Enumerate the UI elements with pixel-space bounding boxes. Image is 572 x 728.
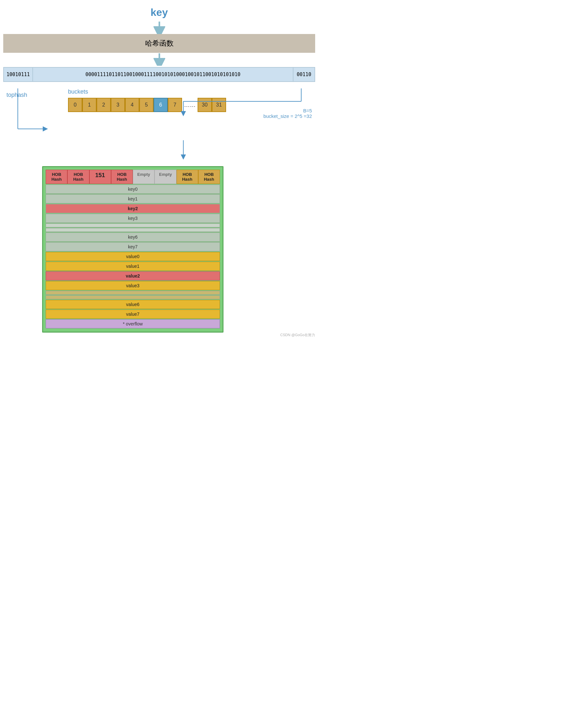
value-row-2: value2 [46,271,220,280]
arrow-down-icon-1 [153,21,165,34]
bucket-6: 6 [153,98,168,112]
key-row-3: key3 [46,214,220,223]
buckets-label: buckets [68,88,315,95]
key-row-5 [46,228,220,232]
th-cell-4: Empty [133,170,154,184]
th-cell-6: HOBHash [176,170,198,184]
b-label-line2: bucket_size = 2^5 =32 [263,113,312,119]
value-row-5 [46,295,220,299]
bucket-31: 31 [212,98,226,112]
b-label: B=5 bucket_size = 2^5 =32 [263,108,312,119]
key-row-1: key1 [46,194,220,203]
bucket-30: 30 [198,98,212,112]
binary-middle: 0000111101101100100011110010101000100101… [33,68,293,81]
bmap-section: HOBHash HOBHash 151 HOBHash Empty Empty … [42,166,223,333]
key4 [46,223,220,227]
value5 [46,295,220,299]
key0: key0 [46,185,220,194]
bucket-5: 5 [139,98,153,112]
hash-function-box: 哈希函数 [3,34,315,53]
key7: key7 [46,242,220,251]
key-label: key [3,6,315,18]
key3: key3 [46,214,220,223]
bucket-ellipsis: …… [182,98,198,112]
key1: key1 [46,194,220,203]
value-row-1: value1 [46,262,220,271]
key5 [46,228,220,232]
key-row-7: key7 [46,242,220,251]
value-row-7: value7 [46,310,220,319]
value6: value6 [46,300,220,309]
value0: value0 [46,252,220,261]
bucket-3: 3 [111,98,125,112]
bucket-to-bmap-svg [3,140,315,160]
th-cell-7: HOBHash [198,170,220,184]
value-row-0: value0 [46,252,220,261]
value2: value2 [46,271,220,280]
th-cell-0: HOBHash [46,170,67,184]
th-cell-2: 151 [89,170,111,184]
key-row-0: key0 [46,185,220,194]
value1: value1 [46,262,220,271]
buckets-section: buckets 0 1 2 3 4 5 6 7 …… 30 31 B=5 buc… [68,88,315,112]
key-row-6: key6 [46,232,220,241]
arrow-down-2 [3,53,315,66]
key6: key6 [46,232,220,241]
binary-row: 10010111 0000111101101100100011110010101… [3,67,315,82]
binary-left: 10010111 [4,68,33,81]
tophash-header-row: HOBHash HOBHash 151 HOBHash Empty Empty … [46,170,220,184]
arrow-down-1 [3,21,315,34]
value4 [46,291,220,295]
bucket-7: 7 [168,98,182,112]
b-label-line1: B=5 [263,108,312,113]
bucket-1: 1 [82,98,96,112]
tophash-label: tophash [6,92,27,98]
th-cell-1: HOBHash [67,170,89,184]
binary-right: 00110 [293,68,314,81]
value-row-4 [46,291,220,295]
key-row-4 [46,223,220,227]
bucket-2: 2 [96,98,111,112]
bucket-to-bmap-arrow [3,140,315,160]
watermark: CSDN @GoGo在努力 [280,333,315,338]
overflow: * overflow [46,319,220,329]
value7: value7 [46,310,220,319]
arrow-down-icon-2 [153,53,165,66]
value-row-6: value6 [46,300,220,309]
bucket-4: 4 [125,98,139,112]
diagram-container: key 哈希函数 10010111 000011110110110010001 [0,0,318,339]
tophash-buckets-section: tophash buckets 0 1 2 3 4 5 6 7 …… 30 31… [3,88,315,140]
key2: key2 [46,204,220,213]
th-cell-5: Empty [154,170,176,184]
key-row-2: key2 [46,204,220,213]
value-row-3: value3 [46,281,220,290]
value3: value3 [46,281,220,290]
bucket-0: 0 [68,98,82,112]
th-cell-3: HOBHash [111,170,133,184]
overflow-row: * overflow [46,319,220,329]
